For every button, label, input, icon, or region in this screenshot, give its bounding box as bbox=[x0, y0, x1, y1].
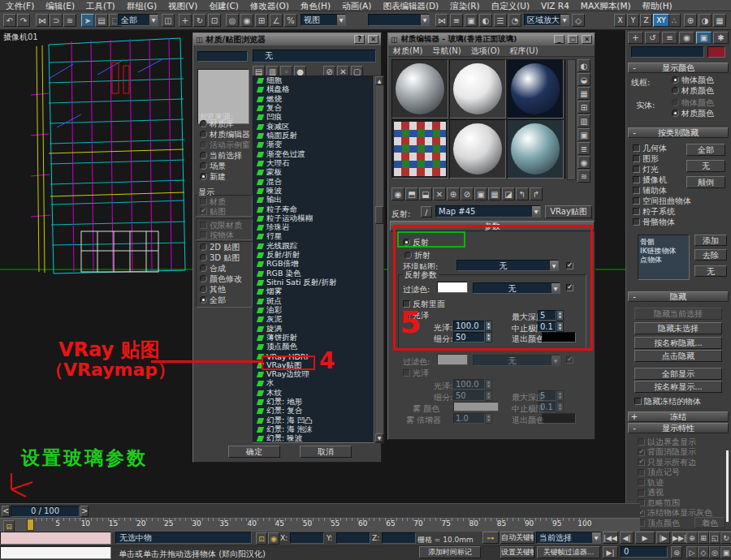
render-last-icon[interactable]: ◑ bbox=[699, 14, 712, 27]
edges-only-check[interactable]: 只显示所有边 bbox=[638, 458, 696, 467]
map-list-item[interactable]: 斑点 bbox=[253, 297, 374, 306]
map-list-item[interactable]: 噪波 bbox=[253, 187, 374, 196]
move-icon[interactable]: + bbox=[179, 14, 192, 27]
percent-snap-icon[interactable]: % bbox=[284, 14, 297, 27]
tab-create-icon[interactable]: + bbox=[628, 32, 643, 44]
solid-object-color-radio[interactable]: 物体颜色 bbox=[672, 98, 714, 107]
map-list-item[interactable]: 幻景: 噪波 bbox=[253, 434, 374, 443]
refract-glossy-check[interactable]: 光泽 bbox=[403, 368, 429, 377]
search-name-input[interactable] bbox=[197, 51, 248, 62]
map-list-item[interactable]: 燃烧 bbox=[253, 95, 374, 104]
time-slider-handle[interactable] bbox=[27, 519, 34, 531]
see-through-check[interactable]: 透视 bbox=[638, 489, 664, 498]
axis-x-button[interactable]: X bbox=[614, 14, 626, 27]
time-config-icon[interactable]: ⊚ bbox=[671, 546, 682, 558]
refract-max-depth-field[interactable]: 5 bbox=[538, 390, 564, 401]
assign-to-selection-icon[interactable]: ⬓ bbox=[419, 187, 432, 200]
source-active-slot-radio[interactable]: 活动示例窗 bbox=[200, 140, 250, 149]
unhide-all-button[interactable]: 全部显示 bbox=[634, 368, 722, 380]
map-list-item[interactable]: VRay HDRI bbox=[253, 351, 374, 360]
axis-z-button[interactable]: Z bbox=[640, 14, 652, 27]
tab-display-icon[interactable]: ▣ bbox=[696, 32, 712, 44]
zoom-extents-all-icon[interactable]: ⊞ bbox=[698, 532, 709, 544]
map-list-item[interactable]: 行星 bbox=[253, 232, 374, 241]
map-list-item[interactable]: 光线跟踪 bbox=[253, 242, 374, 251]
category-all-button[interactable]: 全部 bbox=[686, 144, 725, 156]
hide-frozen-check[interactable]: 隐藏冻结的物体 bbox=[634, 397, 701, 406]
map-list-item[interactable]: 大理石 bbox=[253, 159, 374, 168]
field-of-view-icon[interactable]: ▷ bbox=[686, 546, 698, 558]
sample-type-icon[interactable]: ◐ bbox=[577, 59, 590, 72]
x-coord-field[interactable] bbox=[290, 532, 324, 544]
schematic-view-icon[interactable]: ☰ bbox=[494, 14, 507, 27]
track-selection-swatch[interactable] bbox=[0, 532, 111, 545]
refract-cutoff-field[interactable]: 0.1 bbox=[538, 402, 564, 412]
map-list-item[interactable]: 混合 bbox=[253, 177, 374, 186]
editor-menu-item[interactable]: 程序(U) bbox=[504, 45, 543, 56]
exit-color-swatch[interactable] bbox=[542, 332, 576, 342]
absolute-offset-icon[interactable]: ◉ bbox=[268, 532, 279, 545]
wireframe-material-color-radio[interactable]: 材质颜色 bbox=[672, 86, 714, 95]
map-list-item[interactable]: 渐变色过渡 bbox=[253, 150, 374, 159]
axis-y-button[interactable]: Y bbox=[627, 14, 639, 27]
axis-xy-button[interactable]: XY bbox=[653, 14, 669, 27]
map-list-item[interactable]: 幻景: 复合 bbox=[253, 407, 374, 416]
object-name-field[interactable] bbox=[631, 46, 704, 58]
scale-icon[interactable]: ⊡ bbox=[208, 14, 221, 27]
map-list-item[interactable]: 细胞 bbox=[253, 76, 374, 85]
source-scene-radio[interactable]: 场景 bbox=[200, 162, 226, 170]
map-list-item[interactable]: 旋涡 bbox=[253, 324, 374, 333]
window-crossing-icon[interactable]: ◫ bbox=[162, 14, 175, 27]
editor-menu-item[interactable]: 选项(O) bbox=[466, 45, 505, 56]
play-button[interactable]: ▶ bbox=[635, 532, 655, 544]
zoom-region-icon[interactable]: ◱ bbox=[709, 532, 720, 544]
pan-icon[interactable]: ◇ bbox=[698, 546, 709, 558]
sample-slot-1[interactable] bbox=[391, 59, 448, 118]
glossiness-field[interactable]: 100.0 bbox=[453, 321, 492, 331]
source-new-radio[interactable]: 新建 bbox=[200, 172, 226, 181]
vertex-ticks-check[interactable]: 顶点记号 bbox=[638, 468, 680, 477]
layer-manager-icon[interactable]: ▣ bbox=[465, 14, 478, 27]
hide-by-name-button[interactable]: 按名称隐藏... bbox=[634, 337, 722, 349]
params-rollout[interactable]: - 参数 bbox=[390, 221, 595, 231]
max-depth-field[interactable]: 5 bbox=[538, 310, 564, 321]
map-list-item[interactable]: 粒子寿命 bbox=[253, 205, 374, 213]
sample-tiling-icon[interactable]: ⊞ bbox=[577, 101, 590, 114]
make-unique-icon[interactable]: ⊕ bbox=[447, 187, 460, 200]
map-list-item[interactable]: RGB 染色 bbox=[253, 269, 374, 278]
time-slider-value[interactable]: 0 / 100 bbox=[11, 506, 80, 517]
time-slider-track[interactable]: < 0 / 100 > bbox=[0, 503, 640, 518]
named-selection-dropdown[interactable]: ▼ bbox=[368, 14, 430, 26]
hide-by-category-rollout[interactable]: -按类别隐藏 bbox=[628, 127, 729, 138]
hide-cameras-check[interactable]: 摄像机 bbox=[633, 175, 667, 184]
wireframe-object-color-radio[interactable]: 物体颜色 bbox=[672, 75, 714, 84]
rotate-icon[interactable]: ↻ bbox=[193, 14, 206, 27]
show-map-in-viewport-icon[interactable]: ▦ bbox=[488, 187, 501, 200]
reflect-radio[interactable]: 反射 bbox=[403, 238, 429, 247]
show-end-result-icon[interactable]: ◪ bbox=[502, 187, 515, 200]
tab-hierarchy-icon[interactable]: ≡ bbox=[662, 32, 677, 44]
map-list-item[interactable]: VRay贴图 bbox=[253, 361, 374, 370]
type-other-radio[interactable]: 其他 bbox=[200, 285, 226, 294]
undo-icon[interactable]: ↶ bbox=[3, 14, 16, 27]
trajectory-check[interactable]: 轨迹 bbox=[638, 478, 664, 487]
next-frame-arrow[interactable]: > bbox=[80, 506, 89, 517]
refract-filter-on-check[interactable] bbox=[566, 355, 576, 364]
map-list-item[interactable]: 蒙板 bbox=[253, 168, 374, 177]
refract-radio[interactable]: 折射 bbox=[404, 251, 430, 260]
put-to-library-icon[interactable]: ⊘ bbox=[461, 187, 474, 200]
browser-title-bar[interactable]: ◫ 材质/贴图浏览器 ? ✕ bbox=[193, 33, 381, 45]
panel-scrollbar[interactable] bbox=[726, 450, 729, 522]
fog-multiplier-field[interactable]: 1.0 bbox=[453, 413, 492, 424]
map-list-item[interactable]: VRay边纹理 bbox=[253, 370, 374, 379]
tab-utilities-icon[interactable]: ✱ bbox=[713, 32, 729, 44]
pan-lock-icon[interactable]: ◇ bbox=[572, 14, 585, 27]
render-scene-icon[interactable]: ◔ bbox=[508, 14, 521, 27]
zoom-extents-icon[interactable]: ⊕ bbox=[686, 532, 698, 544]
hide-lights-check[interactable]: 灯光 bbox=[633, 165, 659, 174]
map-list-item[interactable]: 灰泥 bbox=[253, 315, 374, 324]
env-map-dropdown[interactable]: 无▼ bbox=[456, 260, 559, 271]
refract-filter-map-dropdown[interactable]: 无▼ bbox=[473, 355, 560, 366]
ok-button[interactable]: 确定 bbox=[228, 446, 280, 458]
current-frame-field[interactable]: 0 bbox=[621, 546, 668, 558]
